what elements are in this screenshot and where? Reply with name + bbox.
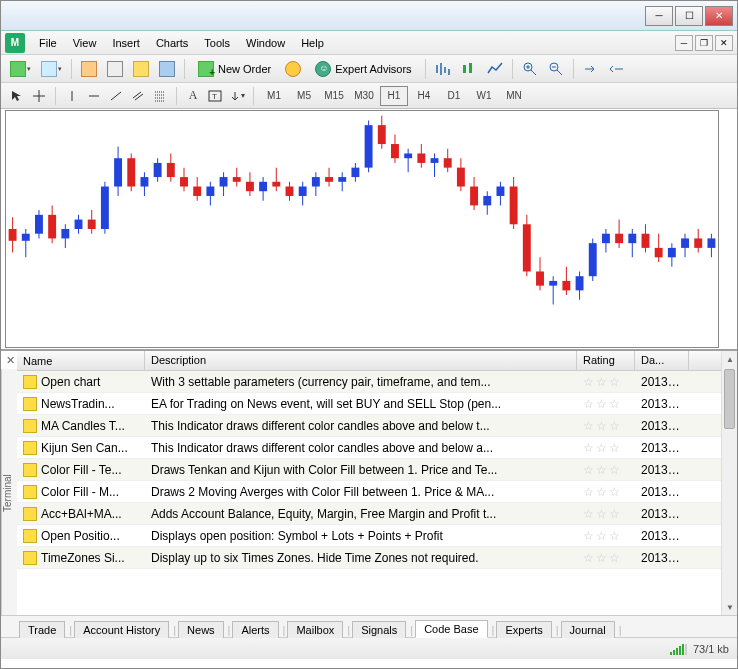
- new-chart-button[interactable]: ▾: [7, 59, 34, 79]
- tab-mailbox[interactable]: Mailbox: [287, 621, 343, 638]
- horizontal-line-button[interactable]: [84, 86, 104, 106]
- tab-alerts[interactable]: Alerts: [232, 621, 278, 638]
- timeframe-w1[interactable]: W1: [470, 86, 498, 106]
- header-name[interactable]: Name: [17, 351, 145, 370]
- cursor-button[interactable]: [7, 86, 27, 106]
- timeframe-h4[interactable]: H4: [410, 86, 438, 106]
- table-row[interactable]: Kijun Sen Can...This Indicator draws dif…: [17, 437, 721, 459]
- scroll-thumb[interactable]: [724, 369, 735, 429]
- mdi-close-button[interactable]: ✕: [715, 35, 733, 51]
- strategy-tester-button[interactable]: [156, 59, 178, 79]
- table-row[interactable]: Acc+BAl+MA...Adds Account Balance, Equit…: [17, 503, 721, 525]
- cell-rating[interactable]: ☆☆☆: [577, 375, 635, 389]
- metaeditor-button[interactable]: [282, 59, 304, 79]
- cell-rating[interactable]: ☆☆☆: [577, 463, 635, 477]
- mdi-minimize-button[interactable]: ─: [675, 35, 693, 51]
- cell-rating[interactable]: ☆☆☆: [577, 529, 635, 543]
- cell-rating[interactable]: ☆☆☆: [577, 419, 635, 433]
- tab-signals[interactable]: Signals: [352, 621, 406, 638]
- svg-text:T: T: [212, 92, 217, 101]
- text-button[interactable]: A: [183, 86, 203, 106]
- menu-view[interactable]: View: [65, 34, 105, 52]
- terminal-close-button[interactable]: ✕: [3, 353, 17, 367]
- header-rating[interactable]: Rating: [577, 351, 635, 370]
- profiles-button[interactable]: ▾: [38, 59, 65, 79]
- table-row[interactable]: Color Fill - Te...Draws Tenkan and Kijun…: [17, 459, 721, 481]
- mdi-restore-button[interactable]: ❐: [695, 35, 713, 51]
- cell-rating[interactable]: ☆☆☆: [577, 441, 635, 455]
- scroll-up-button[interactable]: ▲: [722, 351, 738, 367]
- bar-chart-button[interactable]: [432, 59, 454, 79]
- text-label-button[interactable]: T: [205, 86, 225, 106]
- tab-news[interactable]: News: [178, 621, 224, 638]
- cell-rating[interactable]: ☆☆☆: [577, 485, 635, 499]
- header-date[interactable]: Da...: [635, 351, 689, 370]
- header-description[interactable]: Description: [145, 351, 577, 370]
- menu-insert[interactable]: Insert: [104, 34, 148, 52]
- svg-rect-15: [61, 229, 69, 238]
- navigator-button[interactable]: [104, 59, 126, 79]
- auto-scroll-button[interactable]: [580, 59, 602, 79]
- menu-tools[interactable]: Tools: [196, 34, 238, 52]
- table-row[interactable]: NewsTradin...EA for Trading on News even…: [17, 393, 721, 415]
- zoom-in-button[interactable]: [519, 59, 541, 79]
- minimize-button[interactable]: ─: [645, 6, 673, 26]
- svg-rect-97: [602, 234, 610, 243]
- svg-rect-71: [431, 158, 439, 163]
- chart-area[interactable]: [5, 110, 719, 348]
- svg-rect-17: [75, 220, 83, 229]
- fibonacci-button[interactable]: [150, 86, 170, 106]
- expert-advisors-button[interactable]: ☺ Expert Advisors: [308, 59, 418, 79]
- svg-rect-27: [140, 177, 148, 186]
- svg-rect-41: [233, 177, 241, 182]
- cell-date: 2013.0...: [635, 529, 689, 543]
- script-icon: [23, 485, 37, 499]
- timeframe-h1[interactable]: H1: [380, 86, 408, 106]
- tab-account-history[interactable]: Account History: [74, 621, 169, 638]
- scroll-down-button[interactable]: ▼: [722, 599, 738, 615]
- timeframe-d1[interactable]: D1: [440, 86, 468, 106]
- crosshair-button[interactable]: [29, 86, 49, 106]
- vertical-scrollbar[interactable]: ▲ ▼: [721, 351, 737, 615]
- tab-experts[interactable]: Experts: [496, 621, 551, 638]
- cell-rating[interactable]: ☆☆☆: [577, 551, 635, 565]
- menu-help[interactable]: Help: [293, 34, 332, 52]
- menu-window[interactable]: Window: [238, 34, 293, 52]
- chart-shift-button[interactable]: [606, 59, 628, 79]
- trendline-button[interactable]: [106, 86, 126, 106]
- vertical-line-button[interactable]: [62, 86, 82, 106]
- menu-charts[interactable]: Charts: [148, 34, 196, 52]
- svg-rect-111: [694, 238, 702, 247]
- candle-chart-button[interactable]: [458, 59, 480, 79]
- arrows-button[interactable]: ▾: [227, 86, 247, 106]
- terminal-toggle-button[interactable]: [130, 59, 152, 79]
- cell-rating[interactable]: ☆☆☆: [577, 507, 635, 521]
- timeframe-m15[interactable]: M15: [320, 86, 348, 106]
- line-chart-button[interactable]: [484, 59, 506, 79]
- tab-code-base[interactable]: Code Base: [415, 620, 487, 638]
- market-watch-button[interactable]: [78, 59, 100, 79]
- table-row[interactable]: Open Positio...Displays open position: S…: [17, 525, 721, 547]
- svg-rect-47: [272, 182, 280, 187]
- timeframe-m1[interactable]: M1: [260, 86, 288, 106]
- table-row[interactable]: Color Fill - M...Draws 2 Moving Averges …: [17, 481, 721, 503]
- tab-trade[interactable]: Trade: [19, 621, 65, 638]
- table-row[interactable]: MA Candles T...This Indicator draws diff…: [17, 415, 721, 437]
- terminal-tabs: Trade|Account History|News|Alerts|Mailbo…: [1, 615, 737, 637]
- tab-journal[interactable]: Journal: [561, 621, 615, 638]
- close-button[interactable]: ✕: [705, 6, 733, 26]
- timeframe-m30[interactable]: M30: [350, 86, 378, 106]
- script-icon: [23, 507, 37, 521]
- svg-rect-11: [35, 215, 43, 234]
- new-order-button[interactable]: + New Order: [191, 59, 278, 79]
- menu-file[interactable]: File: [31, 34, 65, 52]
- table-row[interactable]: Open chartWith 3 settable parameters (cu…: [17, 371, 721, 393]
- maximize-button[interactable]: ☐: [675, 6, 703, 26]
- cell-rating[interactable]: ☆☆☆: [577, 397, 635, 411]
- zoom-out-button[interactable]: [545, 59, 567, 79]
- timeframe-m5[interactable]: M5: [290, 86, 318, 106]
- table-row[interactable]: TimeZones Si...Display up to six Times Z…: [17, 547, 721, 569]
- channel-button[interactable]: [128, 86, 148, 106]
- menu-bar: M FileViewInsertChartsToolsWindowHelp ─ …: [1, 31, 737, 55]
- timeframe-mn[interactable]: MN: [500, 86, 528, 106]
